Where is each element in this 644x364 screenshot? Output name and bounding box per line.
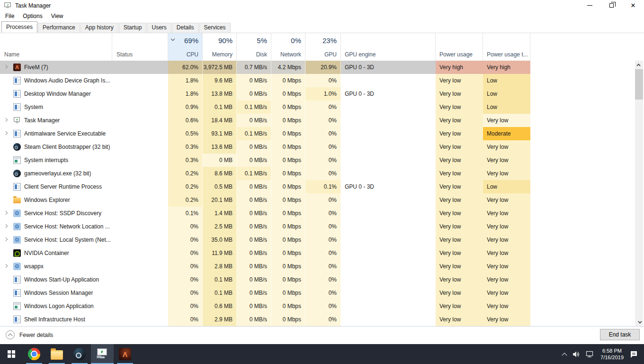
table-row[interactable]: Windows Logon Application 0% 0.6 MB 0 MB… — [0, 300, 530, 313]
power-usage-trend-cell: Very low — [483, 233, 530, 246]
expand-chevron-icon[interactable] — [2, 170, 10, 177]
restore-button[interactable] — [600, 0, 622, 11]
menu-file[interactable]: File — [1, 12, 18, 20]
expand-chevron-icon[interactable] — [2, 130, 10, 137]
expand-chevron-icon[interactable] — [2, 236, 10, 244]
gpu-cell: 0% — [305, 140, 341, 154]
scrollbar-thumb[interactable] — [635, 69, 643, 100]
table-row[interactable]: FiveM (7) 62.0% 3,972.5 MB 0.7 MB/s 4.2 … — [0, 61, 530, 74]
process-name: Steam Client Bootstrapper (32 bit) — [24, 144, 110, 150]
cpu-cell: 0% — [168, 233, 203, 246]
start-button[interactable] — [0, 344, 23, 364]
status-cell — [112, 140, 168, 154]
expand-chevron-icon[interactable] — [2, 143, 10, 151]
column-header-memory[interactable]: 90% Memory — [203, 33, 237, 61]
taskbar-clock[interactable]: 6:58 PM 7/16/2019 — [597, 347, 627, 361]
network-cell: 0 Mbps — [271, 193, 305, 207]
column-header-power-usage-trend[interactable]: Power usage t... — [483, 33, 530, 61]
table-row[interactable]: Task Manager 0.6% 18.4 MB 0 MB/s 0 Mbps … — [0, 114, 530, 127]
process-name: Windows Audio Device Graph Is... — [24, 77, 110, 84]
taskbar-app-taskmgr[interactable] — [91, 344, 114, 364]
taskbar-app-chrome[interactable] — [23, 344, 45, 364]
tab-services[interactable]: Services — [199, 23, 231, 33]
expand-chevron-icon[interactable] — [2, 183, 10, 191]
network-cell: 0 Mbps — [271, 246, 305, 260]
column-header-power-usage[interactable]: Power usage — [436, 33, 483, 61]
table-row[interactable]: Service Host: SSDP Discovery 0.1% 1.4 MB… — [0, 207, 530, 220]
scrollbar-up-button[interactable] — [635, 61, 643, 69]
table-row[interactable]: NVIDIA Container 0% 11.9 MB 0 MB/s 0 Mbp… — [0, 246, 530, 260]
expand-chevron-icon[interactable] — [2, 156, 10, 164]
hidden-icons-button[interactable] — [560, 344, 569, 364]
menu-options[interactable]: Options — [18, 12, 46, 20]
expand-chevron-icon[interactable] — [2, 249, 10, 257]
gpu-engine-cell — [341, 114, 436, 127]
network-button[interactable] — [583, 344, 597, 364]
expand-chevron-icon[interactable] — [2, 90, 10, 98]
menu-view[interactable]: View — [47, 12, 68, 20]
expand-chevron-icon[interactable] — [2, 276, 10, 283]
taskbar-app-steam[interactable] — [68, 344, 91, 364]
action-center-button[interactable] — [627, 344, 641, 364]
expand-chevron-icon[interactable] — [2, 289, 10, 297]
tab-startup[interactable]: Startup — [119, 23, 147, 33]
table-row[interactable]: Client Server Runtime Process 0.2% 0.5 M… — [0, 180, 530, 193]
column-header-cpu[interactable]: 69% CPU — [168, 33, 203, 61]
close-button[interactable]: ✕ — [622, 0, 644, 11]
expand-chevron-icon[interactable] — [2, 302, 10, 310]
table-row[interactable]: Windows Start-Up Application 0% 0.1 MB 0… — [0, 273, 530, 286]
exe-icon — [13, 183, 21, 191]
table-row[interactable]: Shell Infrastructure Host 0% 2.9 MB 0 MB… — [0, 313, 530, 326]
power-usage-trend-cell: Low — [483, 180, 530, 193]
expand-chevron-icon[interactable] — [2, 117, 10, 124]
expand-chevron-icon[interactable] — [2, 64, 10, 71]
taskbar-app-fivem[interactable] — [114, 344, 136, 364]
column-header-gpu[interactable]: 23% GPU — [305, 33, 341, 61]
process-name: Task Manager — [24, 117, 60, 124]
table-row[interactable]: Antimalware Service Executable 0.5% 93.1… — [0, 127, 530, 140]
end-task-button[interactable]: End task — [600, 329, 640, 340]
column-header-disk[interactable]: 5% Disk — [237, 33, 271, 61]
expand-chevron-icon[interactable] — [2, 77, 10, 84]
table-row[interactable]: Windows Explorer 0.2% 20.1 MB 0 MB/s 0 M… — [0, 193, 530, 207]
table-row[interactable]: Steam Client Bootstrapper (32 bit) 0.3% … — [0, 140, 530, 154]
memory-cell: 0.1 MB — [203, 286, 237, 300]
tab-users[interactable]: Users — [147, 23, 171, 33]
tab-performance[interactable]: Performance — [38, 23, 80, 33]
table-row[interactable]: System 0.9% 0.1 MB 0.1 MB/s 0 Mbps 0% Ve… — [0, 100, 530, 114]
minimize-button[interactable] — [579, 0, 600, 11]
expand-chevron-icon[interactable] — [2, 316, 10, 323]
disk-cell: 0 MB/s — [237, 180, 271, 193]
expand-chevron-icon[interactable] — [2, 223, 10, 230]
expand-chevron-icon[interactable] — [2, 209, 10, 217]
clock-date: 7/16/2019 — [600, 354, 624, 361]
tab-app-history[interactable]: App history — [80, 23, 118, 33]
volume-button[interactable] — [569, 344, 583, 364]
tab-processes[interactable]: Processes — [1, 21, 37, 33]
power-usage-cell: Very low — [436, 233, 483, 246]
taskbar-app-explorer[interactable] — [45, 344, 68, 364]
table-row[interactable]: wsappx 0% 2.8 MB 0 MB/s 0 Mbps 0% Very l… — [0, 260, 530, 273]
memory-cell: 0 MB — [203, 154, 237, 167]
vertical-scrollbar[interactable] — [635, 61, 643, 326]
table-row[interactable]: Windows Audio Device Graph Is... 1.8% 9.… — [0, 74, 530, 87]
expand-chevron-icon[interactable] — [2, 103, 10, 111]
table-row[interactable]: Windows Session Manager 0% 0.1 MB 0 MB/s… — [0, 286, 530, 300]
memory-cell: 13.8 MB — [203, 87, 237, 100]
tab-details[interactable]: Details — [172, 23, 199, 33]
table-row[interactable]: System interrupts 0.3% 0 MB 0 MB/s 0 Mbp… — [0, 154, 530, 167]
table-row[interactable]: Desktop Window Manager 1.8% 13.8 MB 0 MB… — [0, 87, 530, 100]
expand-chevron-icon[interactable] — [2, 196, 10, 204]
table-row[interactable]: gameoverlayui.exe (32 bit) 0.2% 8.6 MB 0… — [0, 167, 530, 180]
column-header-status[interactable]: Status — [112, 33, 168, 61]
table-row[interactable]: Service Host: Network Location ... 0% 2.… — [0, 220, 530, 233]
network-cell: 0 Mbps — [271, 74, 305, 87]
column-header-name[interactable]: Name — [0, 33, 112, 61]
column-header-gpu-engine[interactable]: GPU engine — [341, 33, 436, 61]
fewer-details-toggle[interactable]: Fewer details — [6, 330, 53, 339]
column-header-network[interactable]: 0% Network — [271, 33, 305, 61]
scrollbar-down-button[interactable] — [635, 318, 643, 326]
status-cell — [112, 61, 168, 74]
expand-chevron-icon[interactable] — [2, 263, 10, 270]
table-row[interactable]: Service Host: Local System (Net... 0% 35… — [0, 233, 530, 246]
